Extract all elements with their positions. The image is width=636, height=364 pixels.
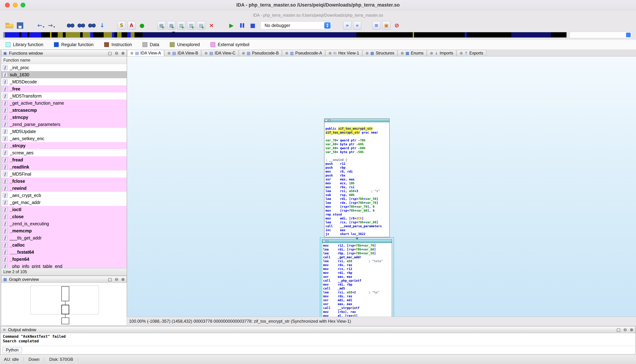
tab-hex-view-1[interactable]: ⊗01Hex View-1 [325, 50, 362, 56]
tab-close-icon[interactable]: ⊗ [328, 51, 332, 55]
run-script-button[interactable]: S [118, 21, 126, 30]
tab-pseudocode-b[interactable]: ⊗▥Pseudocode-B [239, 50, 282, 56]
output-window-header[interactable]: ≡ Output window ▢ ⊖ ⊗ [1, 326, 635, 333]
disable-trace-button[interactable]: ⊘ [392, 21, 402, 30]
minimize-window-button[interactable] [13, 3, 18, 8]
tab-close-icon[interactable]: ⊗ [242, 51, 245, 55]
undock-icon[interactable]: ▢ [108, 277, 112, 282]
function-row-init-proc[interactable]: f_init_proc [1, 64, 127, 71]
tab-imports[interactable]: ⊗↓Imports [427, 50, 456, 56]
debug-tool-3-button[interactable]: ▥+ [177, 21, 185, 30]
close-window-button[interactable] [5, 3, 10, 8]
open-file-button[interactable] [4, 21, 14, 30]
navband-position-marker[interactable] [173, 32, 174, 38]
function-row-fxstat64[interactable]: f___fxstat64 [1, 248, 127, 256]
function-row-md5transform[interactable]: f_MD5Transform [1, 92, 127, 100]
function-row-strncpy[interactable]: f_strncpy [1, 114, 127, 121]
function-row-rewind[interactable]: f_rewind [1, 185, 127, 192]
function-row-php-info-print-table-end[interactable]: f_php_info_print_table_end [1, 263, 127, 268]
function-list[interactable]: f_init_procfsub_1630f_MD5Decodef_freef_M… [1, 64, 127, 268]
save-file-button[interactable] [15, 21, 25, 30]
function-row-sub-1630[interactable]: fsub_1630 [1, 71, 127, 78]
functions-window-header[interactable]: ▣ Functions window ▢ ⊖ ⊗ [1, 50, 127, 56]
tab-close-icon[interactable]: ⊗ [204, 51, 208, 55]
graph-view[interactable]: public zif_tos_encrypt_strzif_tos_encryp… [127, 56, 636, 317]
delete-button[interactable]: × [207, 21, 217, 30]
collapse-icon[interactable]: ⊖ [115, 51, 118, 56]
navband-search-button[interactable] [626, 33, 631, 37]
function-row-md5final[interactable]: f_MD5Final [1, 170, 127, 178]
tab-exports[interactable]: ⊗↑Exports [457, 50, 486, 56]
jump-down-button[interactable]: ↓ [97, 21, 107, 30]
basic-block-entry[interactable]: public zif_tos_encrypt_strzif_tos_encryp… [324, 118, 389, 237]
graph-overview-header[interactable]: ▦ Graph overview ▢ ⊖ ⊗ [1, 276, 127, 283]
detach-process-button[interactable]: « [353, 21, 361, 30]
function-row-aes-crypt-ecb[interactable]: f_aes_crypt_ecb [1, 192, 127, 199]
function-row-fread[interactable]: f_fread [1, 156, 127, 163]
navband-search-box[interactable] [570, 32, 632, 38]
collapse-icon[interactable]: ⊖ [115, 277, 118, 282]
navigate-back-button[interactable]: ←▼ [35, 21, 45, 30]
tab-close-icon[interactable]: ⊗ [167, 51, 171, 55]
modules-button[interactable]: ▣ [382, 21, 390, 30]
function-row-md5decode[interactable]: f_MD5Decode [1, 78, 127, 85]
windows-list-button[interactable]: ≡ [372, 21, 380, 30]
navigation-band[interactable] [3, 32, 567, 38]
function-row-free[interactable]: f_free [1, 85, 127, 92]
function-row-strcpy[interactable]: f_strcpy [1, 142, 127, 149]
collapse-icon[interactable]: ⊖ [623, 327, 627, 332]
function-row-calloc[interactable]: f_calloc [1, 242, 127, 248]
stop-process-button[interactable]: ■ [248, 21, 258, 30]
function-row-get-active-function-name[interactable]: f_get_active_function_name [1, 100, 127, 106]
record-button[interactable]: ● [137, 21, 147, 30]
navigate-forward-button[interactable]: →▼ [46, 21, 55, 30]
function-row-fopen64[interactable]: f_fopen64 [1, 256, 127, 263]
node-title-bar[interactable] [322, 240, 392, 243]
basic-block-fallthrough[interactable]: mov r12, [rsp+78h+var_70]lea rdi, [rsp+7… [322, 239, 392, 317]
tab-pseudocode-a[interactable]: ⊗▥Pseudocode-A [282, 50, 325, 56]
function-row-strcasecmp[interactable]: f_strcasecmp [1, 106, 127, 114]
cli-input[interactable] [25, 347, 633, 353]
close-panel-icon[interactable]: ⊗ [121, 51, 125, 56]
zoom-window-button[interactable] [21, 3, 25, 8]
search-text-button[interactable] [65, 21, 75, 30]
tab-close-icon[interactable]: ⊗ [460, 51, 463, 55]
function-row-ioctl[interactable]: f_ioctl [1, 206, 127, 213]
tab-close-icon[interactable]: ⊗ [130, 51, 134, 55]
search-next-button[interactable] [87, 21, 97, 30]
close-panel-icon[interactable]: ⊗ [630, 327, 633, 332]
tab-close-icon[interactable]: ⊗ [430, 51, 433, 55]
close-panel-icon[interactable]: ⊗ [121, 277, 125, 282]
tab-enums[interactable]: ⊗▩Enums [398, 50, 427, 56]
debug-tool-5-button[interactable]: ▤+ [197, 21, 205, 30]
function-name-column-header[interactable]: Function name [1, 56, 127, 64]
function-row-screw-aes[interactable]: f_screw_aes [1, 149, 127, 156]
tab-close-icon[interactable]: ⊗ [401, 51, 404, 55]
graph-overview-canvas[interactable] [1, 283, 127, 326]
function-row-tls-get-addr[interactable]: f___tls_get_addr [1, 234, 127, 242]
function-row-memcmp[interactable]: f_memcmp [1, 227, 127, 234]
function-row-md5update[interactable]: f_MD5Update [1, 128, 127, 135]
tab-close-icon[interactable]: ⊗ [366, 51, 369, 55]
tab-structures[interactable]: ⊗▦Structures [363, 50, 397, 56]
debugger-select[interactable]: No debugger▲▼ [261, 22, 331, 29]
output-log[interactable]: Command "AskNextText" failedSearch compl… [1, 333, 635, 346]
node-title-bar[interactable] [324, 119, 389, 122]
start-process-button[interactable]: ▶ [226, 21, 236, 30]
tab-close-icon[interactable]: ⊗ [285, 51, 288, 55]
tab-ida-view-b[interactable]: ⊗▤IDA View-B [164, 50, 201, 56]
function-row-get-mac-addr[interactable]: f_get_mac_addr [1, 199, 127, 206]
function-row-aes-setkey-enc[interactable]: f_aes_setkey_enc [1, 135, 127, 142]
debug-tool-2-button[interactable]: ▦+ [167, 21, 175, 30]
pause-process-button[interactable] [237, 21, 247, 30]
color-item-button[interactable]: A [127, 21, 136, 30]
undock-icon[interactable]: ▢ [616, 327, 620, 332]
tab-ida-view-c[interactable]: ⊗▤IDA View-C [201, 50, 238, 56]
attach-process-button[interactable]: » [343, 21, 351, 30]
function-row-fclose[interactable]: f_fclose [1, 178, 127, 185]
debug-tool-1-button[interactable]: ▦+ [157, 21, 165, 30]
function-row-zend-is-executing[interactable]: f_zend_is_executing [1, 220, 127, 227]
function-row-readlink[interactable]: f_readlink [1, 163, 127, 170]
tab-ida-view-a[interactable]: ⊗▤IDA View-A [127, 50, 164, 56]
debug-tool-4-button[interactable]: ▥+ [187, 21, 195, 30]
